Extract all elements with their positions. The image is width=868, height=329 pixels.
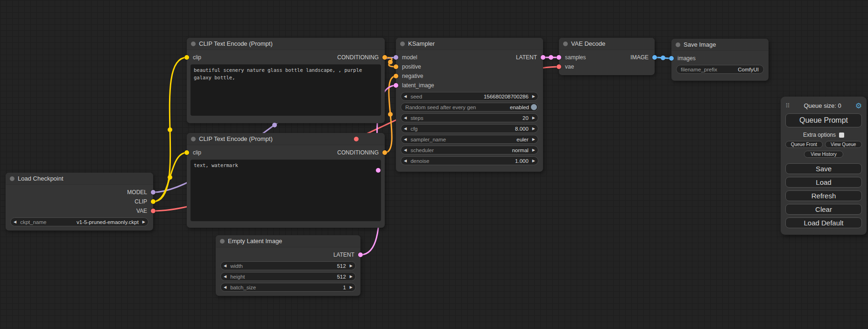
- output-dot-vae[interactable]: [151, 209, 155, 213]
- toggle-knob[interactable]: [531, 104, 537, 110]
- widget-ckpt-name[interactable]: ◀ ckpt_name v1-5-pruned-emaonly.ckpt ▶: [10, 217, 148, 226]
- decrement-arrow-icon[interactable]: ◀: [404, 95, 407, 98]
- increment-arrow-icon[interactable]: ▶: [350, 286, 353, 289]
- widget-value: normal: [512, 147, 529, 153]
- decrement-arrow-icon[interactable]: ◀: [224, 264, 226, 268]
- widget-value: 512: [337, 274, 346, 280]
- increment-arrow-icon[interactable]: ▶: [350, 264, 353, 268]
- output-dot-latent[interactable]: [541, 55, 545, 60]
- decrement-arrow-icon[interactable]: ◀: [404, 148, 407, 152]
- prompt-textarea[interactable]: beautiful scenery nature glass bottle la…: [191, 64, 381, 116]
- decrement-arrow-icon[interactable]: ◀: [404, 159, 407, 163]
- wire-midpoint-dot: [549, 55, 553, 60]
- collapse-dot-icon[interactable]: [400, 42, 405, 46]
- output-dot-conditioning[interactable]: [382, 55, 387, 60]
- node-title-bar[interactable]: Load Checkpoint: [6, 173, 153, 185]
- collapse-dot-icon[interactable]: [563, 42, 568, 46]
- widget-height[interactable]: ◀ height 512 ▶: [220, 272, 356, 281]
- widget-steps[interactable]: ◀ steps 20 ▶: [401, 113, 538, 122]
- prompt-textarea[interactable]: text, watermark: [191, 160, 381, 221]
- widget-width[interactable]: ◀ width 512 ▶: [220, 261, 356, 270]
- widget-label: sampler_name: [410, 137, 516, 142]
- decrement-arrow-icon[interactable]: ◀: [224, 275, 226, 279]
- node-clip-text-encode-positive[interactable]: CLIP Text Encode (Prompt) clip CONDITION…: [187, 38, 385, 123]
- node-load-checkpoint[interactable]: Load Checkpoint MODEL CLIP VAE ◀ ckpt_na…: [6, 173, 153, 231]
- extra-options-label: Extra options: [803, 132, 836, 138]
- node-title-bar[interactable]: KSampler: [396, 38, 543, 50]
- decrement-arrow-icon[interactable]: ◀: [404, 127, 407, 131]
- collapse-dot-icon[interactable]: [676, 42, 680, 47]
- widget-label: cfg: [410, 126, 515, 132]
- node-clip-text-encode-negative[interactable]: CLIP Text Encode (Prompt) clip CONDITION…: [187, 133, 385, 228]
- node-title-bar[interactable]: VAE Decode: [559, 38, 655, 50]
- clear-button[interactable]: Clear: [785, 204, 862, 215]
- node-title-bar[interactable]: CLIP Text Encode (Prompt): [187, 38, 385, 50]
- widget-seed[interactable]: ◀ seed 156680208700286 ▶: [401, 92, 538, 101]
- output-dot-latent[interactable]: [358, 252, 363, 257]
- queue-front-button[interactable]: Queue Front: [785, 141, 823, 148]
- widget-denoise[interactable]: ◀ denoise 1.000 ▶: [401, 156, 538, 165]
- node-save-image[interactable]: Save Image images filename_prefix ComfyU…: [671, 39, 769, 81]
- input-dot-positive[interactable]: [394, 64, 398, 69]
- increment-arrow-icon[interactable]: ▶: [350, 275, 353, 279]
- extra-options-checkbox[interactable]: [839, 133, 844, 138]
- view-history-button[interactable]: View History: [804, 151, 843, 158]
- widget-scheduler[interactable]: ◀ scheduler normal ▶: [401, 146, 538, 154]
- decrement-arrow-icon[interactable]: ◀: [14, 220, 16, 224]
- increment-arrow-icon[interactable]: ▶: [532, 116, 535, 120]
- settings-gear-icon[interactable]: ⚙: [855, 101, 862, 110]
- node-ksampler[interactable]: KSampler model positive negative latent_…: [396, 38, 543, 172]
- collapse-dot-icon[interactable]: [191, 42, 196, 46]
- node-title-bar[interactable]: Save Image: [671, 39, 769, 51]
- widget-cfg[interactable]: ◀ cfg 8.000 ▶: [401, 124, 538, 133]
- collapse-dot-icon[interactable]: [191, 137, 196, 141]
- input-dot-vae[interactable]: [557, 64, 561, 69]
- drag-handle-icon[interactable]: ⠿: [785, 102, 790, 109]
- widget-label: width: [230, 263, 337, 269]
- widget-random-seed-toggle[interactable]: Random seed after every gen enabled: [401, 103, 538, 112]
- increment-arrow-icon[interactable]: ▶: [532, 159, 535, 163]
- node-vae-decode[interactable]: VAE Decode samples vae IMAGE: [559, 38, 655, 75]
- refresh-button[interactable]: Refresh: [785, 190, 862, 201]
- input-dot-clip[interactable]: [184, 150, 189, 155]
- widget-sampler-name[interactable]: ◀ sampler_name euler ▶: [401, 135, 538, 144]
- widget-batch-size[interactable]: ◀ batch_size 1 ▶: [220, 283, 356, 292]
- input-slot-model: model: [396, 53, 477, 62]
- increment-arrow-icon[interactable]: ▶: [142, 220, 145, 224]
- increment-arrow-icon[interactable]: ▶: [532, 95, 535, 98]
- input-dot-samples[interactable]: [557, 55, 561, 60]
- node-canvas[interactable]: { "icons": { "left_arrow": "◀", "right_a…: [0, 0, 868, 329]
- input-dot-negative[interactable]: [394, 74, 398, 78]
- increment-arrow-icon[interactable]: ▶: [532, 127, 535, 131]
- view-queue-button[interactable]: View Queue: [825, 141, 862, 148]
- input-dot-model[interactable]: [394, 55, 398, 60]
- node-empty-latent-image[interactable]: Empty Latent Image LATENT ◀ width 512 ▶ …: [216, 235, 360, 296]
- node-title: Save Image: [684, 41, 716, 48]
- input-dot-images[interactable]: [669, 56, 674, 61]
- collapse-dot-icon[interactable]: [10, 176, 14, 181]
- output-dot-image[interactable]: [652, 55, 657, 60]
- increment-arrow-icon[interactable]: ▶: [532, 138, 535, 141]
- queue-menu-panel[interactable]: ⠿ Queue size: 0 ⚙ Queue Prompt Extra opt…: [781, 97, 867, 235]
- input-slot-vae: vae: [559, 62, 612, 71]
- queue-prompt-button[interactable]: Queue Prompt: [785, 113, 862, 127]
- increment-arrow-icon[interactable]: ▶: [532, 148, 535, 152]
- node-title-bar[interactable]: Empty Latent Image: [216, 235, 360, 247]
- output-dot-conditioning[interactable]: [382, 150, 387, 155]
- load-button[interactable]: Load: [785, 177, 862, 188]
- load-default-button[interactable]: Load Default: [785, 217, 862, 228]
- collapse-dot-icon[interactable]: [220, 239, 225, 244]
- widget-filename-prefix[interactable]: filename_prefix ComfyUI: [676, 65, 764, 74]
- widget-label: steps: [410, 115, 522, 121]
- output-dot-model[interactable]: [151, 190, 155, 195]
- input-dot-latent-image[interactable]: [394, 83, 398, 88]
- slot-label: vae: [565, 63, 574, 70]
- node-title-bar[interactable]: CLIP Text Encode (Prompt): [187, 133, 385, 145]
- decrement-arrow-icon[interactable]: ◀: [224, 286, 226, 289]
- input-dot-clip[interactable]: [184, 55, 189, 60]
- output-dot-clip[interactable]: [151, 199, 155, 204]
- slot-label: IMAGE: [630, 54, 649, 61]
- decrement-arrow-icon[interactable]: ◀: [404, 138, 407, 141]
- save-button[interactable]: Save: [785, 163, 862, 174]
- decrement-arrow-icon[interactable]: ◀: [404, 116, 407, 120]
